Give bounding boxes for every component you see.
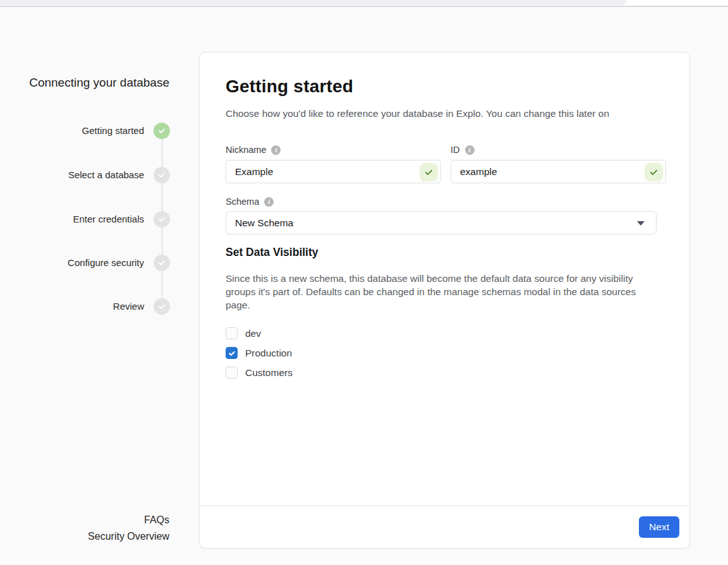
nickname-value: Example xyxy=(235,166,273,178)
schema-select[interactable]: New Schema xyxy=(226,211,657,234)
card-title: Getting started xyxy=(226,76,353,97)
visibility-group-row-customers: Customers xyxy=(226,366,293,379)
getting-started-card: Getting started Choose how you'd like to… xyxy=(199,52,690,549)
card-subtitle: Choose how you'd like to reference your … xyxy=(226,107,668,121)
sidebar-step-getting-started[interactable]: Getting started xyxy=(0,123,170,139)
valid-check-icon xyxy=(645,163,663,181)
nickname-label-row: Nickname i xyxy=(226,145,281,155)
step-check-icon xyxy=(154,123,170,139)
sidebar-step-configure-security[interactable]: Configure security xyxy=(0,255,170,271)
step-label: Getting started xyxy=(11,125,144,137)
faqs-link[interactable]: FAQs xyxy=(0,512,169,528)
step-label: Enter credentials xyxy=(11,213,144,226)
id-input[interactable]: example xyxy=(451,160,666,183)
step-check-icon xyxy=(154,255,170,271)
sidebar-step-review[interactable]: Review xyxy=(0,298,170,315)
step-check-icon xyxy=(154,211,170,228)
valid-check-icon xyxy=(420,163,438,181)
nickname-input[interactable]: Example xyxy=(226,160,441,183)
id-label: ID xyxy=(451,145,460,155)
nickname-label: Nickname xyxy=(226,145,266,155)
id-value: example xyxy=(460,166,497,178)
info-icon[interactable]: i xyxy=(264,197,274,207)
checkbox-dev[interactable] xyxy=(226,327,238,339)
step-label: Review xyxy=(11,300,144,313)
sidebar-step-enter-credentials[interactable]: Enter credentials xyxy=(0,211,170,228)
checkbox-customers[interactable] xyxy=(226,367,238,379)
info-icon[interactable]: i xyxy=(465,145,475,155)
next-button[interactable]: Next xyxy=(639,516,679,538)
schema-selected-value: New Schema xyxy=(235,217,293,229)
sidebar-footer-links: FAQs Security Overview xyxy=(0,512,169,545)
step-check-icon xyxy=(154,298,170,315)
data-visibility-heading: Set Data Visibility xyxy=(226,246,318,259)
data-visibility-description: Since this is a new schema, this databas… xyxy=(226,272,662,312)
sidebar-step-select-database[interactable]: Select a database xyxy=(0,167,170,183)
info-icon[interactable]: i xyxy=(271,145,281,155)
sidebar-title: Connecting your database xyxy=(0,75,169,91)
visibility-group-list: dev Production Customers xyxy=(226,327,293,386)
checkbox-label: dev xyxy=(245,328,261,339)
schema-label-row: Schema i xyxy=(226,197,274,207)
wizard-sidebar: Connecting your database Getting started… xyxy=(0,0,199,565)
checkbox-label: Production xyxy=(245,348,292,359)
step-label: Configure security xyxy=(11,257,144,269)
id-label-row: ID i xyxy=(451,145,475,155)
step-label: Select a database xyxy=(11,169,144,181)
security-overview-link[interactable]: Security Overview xyxy=(0,528,169,545)
schema-label: Schema xyxy=(226,197,259,207)
chevron-down-icon xyxy=(637,221,645,226)
visibility-group-row-production: Production xyxy=(226,346,293,360)
card-footer: Next xyxy=(200,506,689,548)
checkbox-production[interactable] xyxy=(226,347,238,359)
visibility-group-row-dev: dev xyxy=(226,327,293,340)
checkbox-label: Customers xyxy=(245,367,293,379)
step-check-icon xyxy=(154,167,170,183)
